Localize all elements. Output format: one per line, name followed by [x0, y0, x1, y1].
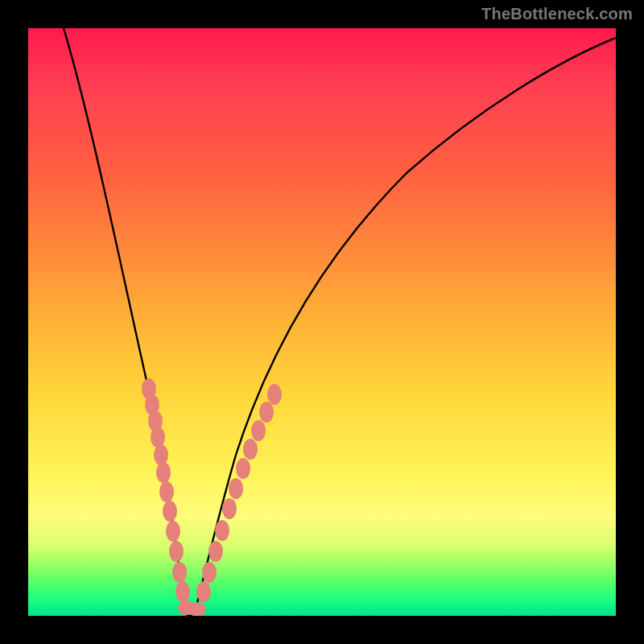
marker-dot [202, 562, 217, 583]
marker-dot [175, 581, 190, 602]
marker-dot [151, 427, 165, 448]
marker-dot [154, 444, 168, 465]
chart-svg [28, 28, 616, 616]
marker-dot [215, 520, 229, 541]
outer-frame: TheBottleneck.com [0, 0, 644, 644]
watermark-text: TheBottleneck.com [481, 5, 633, 23]
marker-dot [172, 562, 187, 583]
marker-dot [267, 384, 282, 405]
marker-dot [251, 420, 266, 441]
marker-dot [222, 498, 237, 519]
marker-dot [208, 541, 223, 562]
marker-dot [163, 501, 177, 522]
marker-dot [229, 478, 243, 499]
plot-area [28, 28, 616, 616]
marker-dot [259, 402, 274, 423]
marker-dot [243, 439, 258, 460]
bottleneck-curve [64, 28, 616, 616]
marker-dot [196, 581, 211, 602]
marker-dot [169, 541, 184, 562]
marker-dot [166, 521, 180, 542]
marker-dot [236, 458, 250, 479]
marker-dot [159, 481, 174, 502]
marker-dot [156, 462, 171, 483]
marker-group [142, 378, 282, 616]
